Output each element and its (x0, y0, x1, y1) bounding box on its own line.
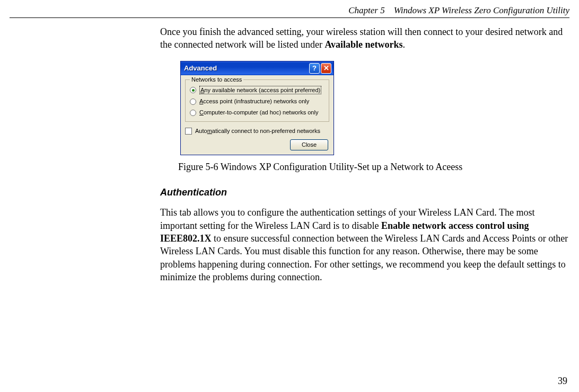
authentication-paragraph: This tab allows you to configure the aut… (160, 206, 569, 283)
radio-label-adhoc: Computer-to-computer (ad hoc) networks o… (199, 109, 318, 117)
chapter-title: Windows XP Wireless Zero Configuration U… (394, 5, 569, 15)
group-legend: Networks to access (190, 76, 243, 84)
radio-any-available[interactable]: Any available network (access point pref… (190, 84, 324, 96)
advanced-dialog: Advanced ? ✕ Networks to access Any avai… (180, 61, 334, 155)
section-heading-authentication: Authentication (160, 186, 569, 199)
close-button[interactable]: Close (290, 139, 328, 150)
auto-connect-checkbox-row[interactable]: Automatically connect to non-preferred n… (185, 125, 329, 139)
intro-bold: Available networks (324, 39, 402, 50)
figure-caption: Figure 5-6 Windows XP Configuration Util… (178, 161, 569, 173)
radio-icon (190, 110, 196, 116)
dialog-title: Advanced (184, 64, 308, 73)
dialog-button-row: Close (185, 139, 329, 150)
radio-access-point-only[interactable]: Access point (infrastructure) networks o… (190, 96, 324, 107)
intro-text-b: . (403, 39, 406, 50)
close-icon[interactable]: ✕ (321, 63, 331, 74)
dialog-titlebar: Advanced ? ✕ (181, 61, 334, 75)
radio-icon (190, 99, 196, 105)
figure-dialog: Advanced ? ✕ Networks to access Any avai… (180, 61, 564, 155)
intro-paragraph: Once you finish the advanced setting, yo… (160, 25, 569, 51)
page-number: 39 (558, 376, 567, 387)
radio-icon (190, 87, 196, 93)
radio-label-ap: Access point (infrastructure) networks o… (199, 97, 309, 105)
running-header: Chapter 5 Windows XP Wireless Zero Confi… (10, 5, 569, 18)
radio-label-any: Any available network (access point pref… (199, 86, 321, 95)
networks-to-access-group: Networks to access Any available network… (185, 79, 329, 122)
checkbox-label: Automatically connect to non-preferred n… (195, 127, 320, 135)
auth-text-c: to ensure successful connection between … (160, 233, 568, 282)
chapter-label: Chapter 5 (348, 5, 384, 15)
radio-dot-icon (192, 89, 195, 92)
help-icon[interactable]: ? (309, 63, 320, 74)
dialog-body: Networks to access Any available network… (181, 75, 334, 155)
radio-adhoc-only[interactable]: Computer-to-computer (ad hoc) networks o… (190, 107, 324, 118)
checkbox-icon (185, 128, 192, 135)
